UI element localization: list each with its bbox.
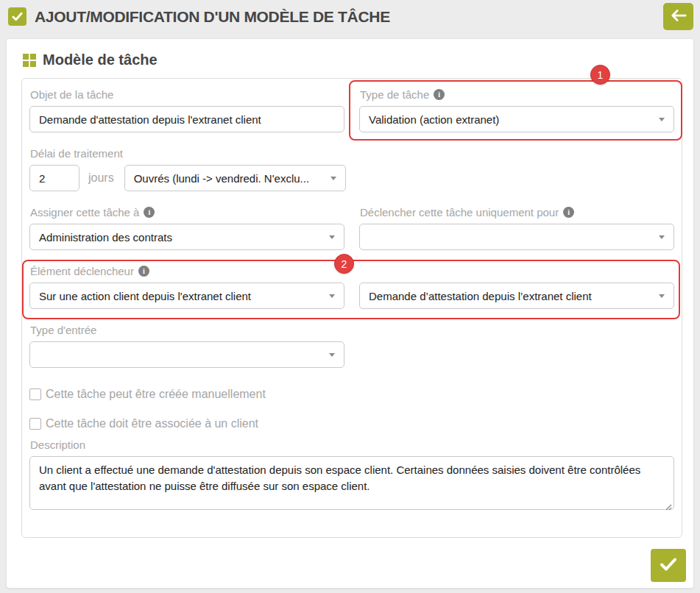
type-tache-select[interactable]: Validation (action extranet) xyxy=(359,106,674,132)
delai-unit-label: jours xyxy=(88,171,114,185)
declencher-pour-label: Déclencher cette tâche uniquement pour i xyxy=(360,205,674,219)
type-tache-selected-value: Validation (action extranet) xyxy=(369,113,499,126)
element-declencheur-detail-select[interactable]: Demande d’attestation depuis l’extranet … xyxy=(359,283,674,309)
back-button[interactable] xyxy=(663,3,693,30)
section-title: Modèle de tâche xyxy=(43,52,158,68)
type-tache-label: Type de tâche i xyxy=(360,88,674,101)
checkbox-creation-manuelle-label: Cette tâche peut être créée manuellement xyxy=(46,388,266,401)
checkbox-associee-client[interactable] xyxy=(29,418,41,430)
field-declencher-pour: Déclencher cette tâche uniquement pour i xyxy=(359,205,674,250)
field-assigner: Assigner cette tâche à i Administration … xyxy=(29,205,344,250)
task-template-fieldset: 1 2 Objet de la tâche Type de tâche i Va… xyxy=(21,78,682,538)
objet-input[interactable] xyxy=(29,106,344,132)
row-assigner-declencher: Assigner cette tâche à i Administration … xyxy=(29,205,674,250)
info-icon[interactable]: i xyxy=(563,207,574,218)
checked-checkbox-icon xyxy=(8,7,26,26)
element-declencheur-select[interactable]: Sur une action client depuis l'extranet … xyxy=(29,283,344,309)
submit-row xyxy=(7,538,693,582)
element-declencheur-detail-selected-value: Demande d’attestation depuis l’extranet … xyxy=(369,290,592,302)
delai-period-selected-value: Ouvrés (lundi -> vendredi. N'exclu... xyxy=(134,172,309,185)
field-type-tache: Type de tâche i Validation (action extra… xyxy=(359,88,674,132)
assigner-label-text: Assigner cette tâche à xyxy=(30,206,139,219)
assigner-label: Assigner cette tâche à i xyxy=(30,205,344,219)
page-title: AJOUT/MODIFICATION D'UN MODÈLE DE TÂCHE xyxy=(35,8,390,26)
type-entree-label: Type d'entrée xyxy=(30,323,344,336)
declencher-pour-select[interactable] xyxy=(359,224,674,250)
delai-label: Délai de traitement xyxy=(30,146,674,160)
check-icon xyxy=(660,557,677,574)
type-entree-select[interactable] xyxy=(29,341,344,368)
row-objet-type: Objet de la tâche Type de tâche i Valida… xyxy=(29,88,674,132)
field-type-entree: Type d'entrée xyxy=(29,323,344,368)
delai-controls: jours Ouvrés (lundi -> vendredi. N'exclu… xyxy=(29,165,674,191)
field-element-declencheur: Élément déclencheur i Sur une action cli… xyxy=(29,264,674,309)
info-icon[interactable]: i xyxy=(434,89,445,100)
delai-input[interactable] xyxy=(29,165,79,191)
assigner-select[interactable]: Administration des contrats xyxy=(29,224,344,250)
delai-period-select[interactable]: Ouvrés (lundi -> vendredi. N'exclu... xyxy=(124,165,346,191)
chevron-down-icon xyxy=(330,177,336,180)
element-declencheur-controls: Sur une action client depuis l'extranet … xyxy=(29,283,674,309)
chevron-down-icon xyxy=(659,294,665,298)
checkbox-associee-client-label: Cette tâche doit être associée à un clie… xyxy=(46,417,258,430)
grid-icon xyxy=(23,54,36,67)
description-textarea[interactable]: Un client a effectué une demande d'attes… xyxy=(29,456,674,510)
chevron-down-icon xyxy=(659,235,665,239)
row-type-entree: Type d'entrée xyxy=(29,323,674,368)
description-wrap: Un client a effectué une demande d'attes… xyxy=(29,456,674,510)
field-objet: Objet de la tâche xyxy=(29,88,344,132)
arrow-left-icon xyxy=(671,9,687,24)
task-template-panel: Modèle de tâche 1 2 Objet de la tâche Ty… xyxy=(6,38,694,589)
field-delai: Délai de traitement jours Ouvrés (lundi … xyxy=(29,146,674,191)
checkbox-row-client: Cette tâche doit être associée à un clie… xyxy=(29,417,674,430)
checkbox-creation-manuelle[interactable] xyxy=(29,388,41,400)
chevron-down-icon xyxy=(329,235,335,239)
objet-label: Objet de la tâche xyxy=(30,88,344,101)
declencher-pour-label-text: Déclencher cette tâche uniquement pour xyxy=(360,206,559,219)
element-declencheur-selected-value: Sur une action client depuis l'extranet … xyxy=(39,290,251,302)
info-icon[interactable]: i xyxy=(138,266,149,277)
checkbox-row-manuelle: Cette tâche peut être créée manuellement xyxy=(29,388,674,401)
info-icon[interactable]: i xyxy=(144,207,155,218)
description-label: Description xyxy=(30,438,674,451)
element-declencheur-label: Élément déclencheur i xyxy=(30,264,674,277)
element-declencheur-label-text: Élément déclencheur xyxy=(30,265,134,277)
type-tache-label-text: Type de tâche xyxy=(360,88,429,101)
chevron-down-icon xyxy=(329,353,335,357)
page-header: AJOUT/MODIFICATION D'UN MODÈLE DE TÂCHE xyxy=(0,0,700,33)
section-header: Modèle de tâche xyxy=(7,39,693,78)
chevron-down-icon xyxy=(329,294,335,298)
assigner-selected-value: Administration des contrats xyxy=(39,231,172,244)
chevron-down-icon xyxy=(659,118,665,121)
save-button[interactable] xyxy=(651,549,686,582)
